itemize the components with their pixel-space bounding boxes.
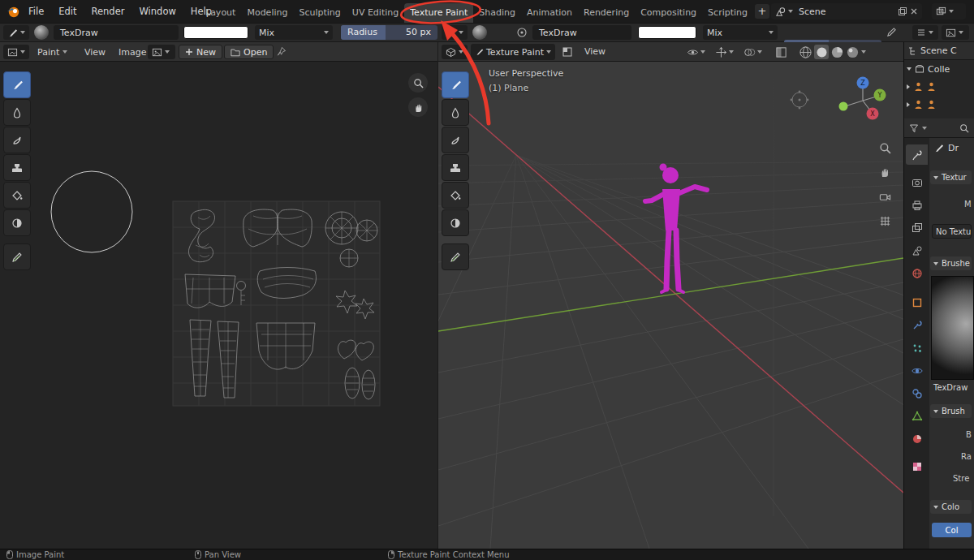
workspace-tab[interactable]: Layout [200, 3, 241, 23]
viewport-mode-dropdown[interactable]: Texture Paint [471, 44, 555, 60]
menu-item[interactable]: Render [84, 0, 132, 23]
active-tool-dropdown-right[interactable] [442, 25, 468, 40]
menu-item[interactable]: Window [131, 0, 183, 23]
brush-preview-large[interactable] [931, 276, 974, 380]
editor-menu-item[interactable]: Image [112, 47, 153, 58]
tool-draw-button[interactable] [442, 71, 469, 98]
unlink-scene-icon[interactable] [910, 7, 918, 15]
properties-tab-world[interactable] [906, 263, 928, 283]
image-menu-dropdown[interactable] [942, 25, 969, 40]
disclosure-open-icon[interactable] [907, 67, 912, 71]
chevron-down-icon[interactable] [729, 50, 734, 54]
brush-preview-right[interactable] [472, 25, 487, 40]
properties-tab-particles[interactable] [906, 338, 928, 358]
add-workspace-button[interactable]: + [755, 4, 769, 19]
tool-clone-button[interactable] [3, 154, 31, 181]
properties-tab-output[interactable] [906, 195, 928, 215]
filter-funnel-icon[interactable] [909, 123, 919, 133]
viewport-pan-button[interactable] [877, 164, 893, 180]
image-mode-dropdown[interactable]: Paint [34, 45, 71, 59]
tool-fill-button[interactable] [442, 182, 469, 209]
new-scene-icon[interactable] [898, 6, 907, 16]
gizmos-icon[interactable] [715, 46, 727, 58]
properties-tab-material[interactable] [906, 429, 928, 449]
tool-mask-button[interactable] [442, 209, 469, 236]
editor-menu-item[interactable]: View [78, 47, 112, 58]
menu-item[interactable]: Edit [51, 0, 84, 23]
properties-tab-tool[interactable] [906, 144, 928, 165]
properties-tab-view-layer[interactable] [906, 218, 928, 238]
overlays-icon[interactable] [743, 46, 756, 58]
color-tab-button[interactable]: Col [932, 523, 972, 537]
blender-logo[interactable] [6, 4, 20, 19]
properties-tab-scene[interactable] [906, 240, 928, 261]
shading-solid-active[interactable] [814, 45, 829, 59]
open-image-button[interactable]: Open [224, 45, 274, 59]
shading-rendered-icon[interactable] [846, 45, 860, 59]
workspace-tab[interactable]: Scripting [702, 3, 753, 23]
outliner-row-collection[interactable]: Colle [904, 60, 974, 78]
brush-datablock-icon[interactable] [516, 27, 528, 38]
viewport-view-menu[interactable]: View [578, 46, 612, 57]
properties-tab-texture[interactable] [906, 456, 928, 476]
brush-color-swatch-left[interactable] [183, 26, 248, 39]
chevron-down-icon[interactable] [757, 50, 762, 54]
image-editor-canvas[interactable] [0, 62, 437, 549]
viewport-canvas[interactable] [438, 62, 903, 549]
properties-tab-modifiers[interactable] [906, 315, 928, 335]
pan-button-image-editor[interactable] [408, 97, 428, 117]
brush-name-field-right[interactable]: TexDraw [532, 25, 631, 40]
brush-preview-left[interactable] [34, 25, 49, 40]
tool-mask-button[interactable] [3, 209, 31, 236]
chevron-down-icon[interactable] [700, 50, 705, 54]
search-icon[interactable] [959, 123, 969, 133]
workspace-tab[interactable]: Rendering [578, 3, 635, 23]
properties-tab-physics[interactable] [906, 360, 928, 381]
brush-panel-header[interactable]: Brush [930, 404, 972, 418]
menu-item[interactable]: File [21, 0, 51, 23]
no-texture-button[interactable]: No Textu [932, 224, 972, 239]
paint-mask-toggle-icon[interactable] [562, 46, 573, 58]
disclosure-closed-icon[interactable] [907, 84, 910, 89]
outliner-row-object[interactable] [904, 96, 974, 114]
zoom-button-image-editor[interactable] [408, 73, 428, 93]
shading-wireframe-icon[interactable] [799, 45, 812, 59]
tool-draw-button[interactable] [3, 71, 31, 98]
properties-tab-render[interactable] [906, 172, 928, 192]
outliner-row-object[interactable] [904, 78, 974, 96]
chevron-down-icon[interactable] [922, 127, 927, 130]
brushes-panel-header[interactable]: Brushe [930, 256, 972, 270]
tool-soften-button[interactable] [3, 99, 31, 126]
disclosure-closed-icon[interactable] [907, 102, 910, 107]
xray-toggle-icon[interactable] [775, 46, 787, 58]
visibility-eye-icon[interactable] [687, 46, 699, 58]
workspace-tab[interactable]: Compositing [635, 3, 702, 23]
radius-slider-left[interactable]: Radius 50 px [341, 25, 437, 40]
blend-mode-dropdown-right[interactable]: Mix [703, 25, 778, 40]
edit-value-pencil-icon[interactable] [886, 27, 897, 37]
viewport-perspective-button[interactable] [877, 213, 893, 229]
tool-clone-button[interactable] [442, 154, 469, 181]
workspace-tab[interactable]: Shading [473, 3, 521, 23]
viewport-camera-button[interactable] [877, 188, 893, 205]
tool-annotate-button[interactable] [442, 243, 469, 270]
tool-soften-button[interactable] [442, 99, 469, 126]
tool-annotate-button[interactable] [3, 243, 31, 270]
view-layer-selector[interactable] [932, 3, 966, 19]
list-menu-dropdown[interactable] [912, 25, 938, 40]
tool-smear-button[interactable] [442, 127, 469, 153]
chevron-down-icon[interactable] [861, 50, 866, 54]
new-image-button[interactable]: New [179, 45, 222, 59]
tool-fill-button[interactable] [3, 182, 31, 209]
brush-name-field-left[interactable]: TexDraw [54, 25, 179, 40]
editor-type-dropdown-viewport[interactable] [442, 45, 468, 59]
workspace-tab[interactable]: Modeling [241, 3, 293, 23]
properties-tab-data[interactable] [906, 406, 928, 426]
shading-material-icon[interactable] [830, 45, 844, 59]
properties-tab-constraints[interactable] [906, 383, 928, 403]
active-tool-dropdown-left[interactable] [3, 25, 29, 40]
navigation-gizmo[interactable]: Z Y X [838, 73, 890, 125]
workspace-tab[interactable]: Sculpting [293, 3, 346, 23]
workspace-tab[interactable]: UV Editing [347, 3, 404, 23]
workspace-tab[interactable]: Texture Paint [404, 3, 473, 23]
